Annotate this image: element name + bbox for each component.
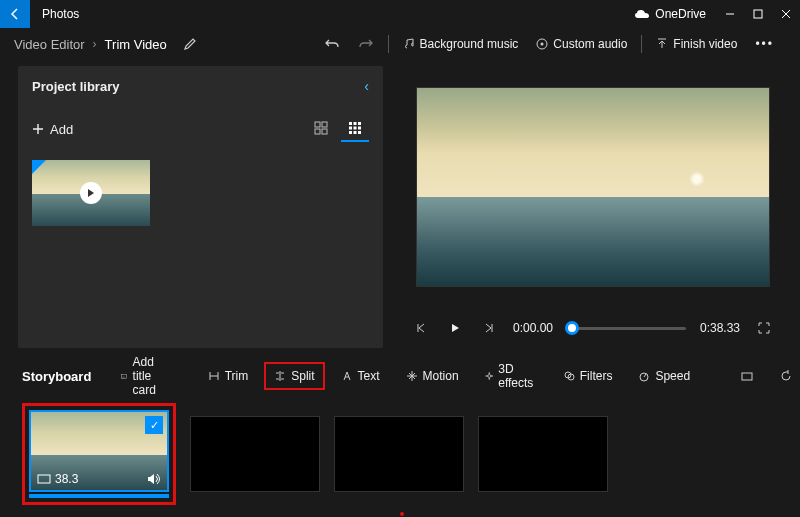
clip-duration[interactable]: 38.3 [37,472,78,486]
bg-music-button[interactable]: Background music [395,33,527,55]
play-button[interactable] [445,323,465,333]
export-icon [656,38,668,50]
cloud-icon [634,9,650,19]
view-small-button[interactable] [341,116,369,142]
text-button[interactable]: Text [331,362,390,390]
motion-icon [406,370,418,382]
svg-rect-11 [354,122,357,125]
storyboard-toolbar: Storyboard Add title card Trim Split Tex… [0,356,800,396]
fullscreen-button[interactable] [754,322,774,334]
library-clip[interactable] [32,160,150,226]
total-time: 0:38.33 [700,321,740,335]
audio-icon [536,38,548,50]
maximize-button[interactable] [744,0,772,28]
view-large-button[interactable] [307,116,335,142]
empty-slot[interactable] [478,416,608,492]
speed-icon [638,370,650,382]
selected-corner-icon [32,160,46,174]
app-title: Photos [30,7,91,21]
check-icon: ✓ [145,416,163,434]
crop-icon [740,371,754,382]
undo-button[interactable] [316,33,348,55]
close-button[interactable] [772,0,800,28]
empty-slot[interactable] [334,416,464,492]
video-preview[interactable] [416,87,770,287]
minimize-button[interactable] [716,0,744,28]
svg-rect-16 [349,131,352,134]
title-bar: Photos OneDrive [0,0,800,28]
split-icon [274,370,286,382]
clip-selection-highlight: ✓ 38.3 [22,403,176,505]
svg-rect-14 [354,127,357,130]
fullscreen-icon [758,322,770,334]
speed-button[interactable]: Speed [628,362,700,390]
3d-effects-button[interactable]: 3D effects [475,355,547,397]
filters-button[interactable]: Filters [553,362,623,390]
project-library-panel: Project library ‹ Add [18,66,383,348]
motion-button[interactable]: Motion [396,362,469,390]
current-time: 0:00.00 [513,321,553,335]
editor-toolbar: Background music Custom audio Finish vid… [0,28,800,60]
next-frame-button[interactable] [479,323,499,333]
svg-rect-1 [754,10,762,18]
svg-rect-8 [315,129,320,134]
rotate-button[interactable] [770,363,800,389]
filters-icon [563,370,575,382]
svg-rect-12 [358,122,361,125]
sparkle-icon [485,370,494,382]
finish-video-button[interactable]: Finish video [648,33,745,55]
svg-rect-10 [349,122,352,125]
redo-button[interactable] [350,33,382,55]
text-icon [341,370,353,382]
svg-rect-17 [354,131,357,134]
more-button[interactable]: ••• [747,33,782,55]
duration-icon [37,474,51,484]
svg-rect-18 [358,131,361,134]
storyboard-title: Storyboard [22,369,91,384]
svg-rect-19 [122,374,127,378]
trim-button[interactable]: Trim [198,362,259,390]
svg-rect-6 [315,122,320,127]
seek-handle[interactable] [565,321,579,335]
svg-rect-24 [742,373,752,380]
split-button[interactable]: Split [264,362,324,390]
svg-rect-15 [358,127,361,130]
prev-frame-button[interactable] [411,323,431,333]
svg-rect-7 [322,122,327,127]
grid-large-icon [314,121,328,135]
svg-rect-13 [349,127,352,130]
music-icon [403,38,415,50]
play-overlay-icon [80,182,102,204]
more-icon: ••• [755,37,774,51]
library-title: Project library [32,79,119,94]
volume-icon[interactable] [147,473,161,485]
svg-rect-25 [38,475,50,483]
redo-icon [358,37,374,51]
grid-small-icon [348,121,362,135]
add-media-button[interactable]: Add [32,122,73,137]
playback-controls: 0:00.00 0:38.33 [403,308,782,348]
collapse-library-button[interactable]: ‹ [364,78,369,94]
rotate-icon [780,370,792,382]
empty-slot[interactable] [190,416,320,492]
onedrive-status[interactable]: OneDrive [624,7,716,21]
svg-point-5 [541,43,544,46]
trim-icon [208,370,220,382]
storyboard-clip[interactable]: ✓ 38.3 [29,410,169,492]
back-button[interactable] [0,0,30,28]
storyboard-row: ✓ 38.3 [0,396,800,512]
svg-rect-9 [322,129,327,134]
titlecard-icon [121,371,127,382]
undo-icon [324,37,340,51]
seek-bar[interactable] [567,327,686,330]
resize-button[interactable] [730,364,764,389]
custom-audio-button[interactable]: Custom audio [528,33,635,55]
plus-icon [32,123,44,135]
